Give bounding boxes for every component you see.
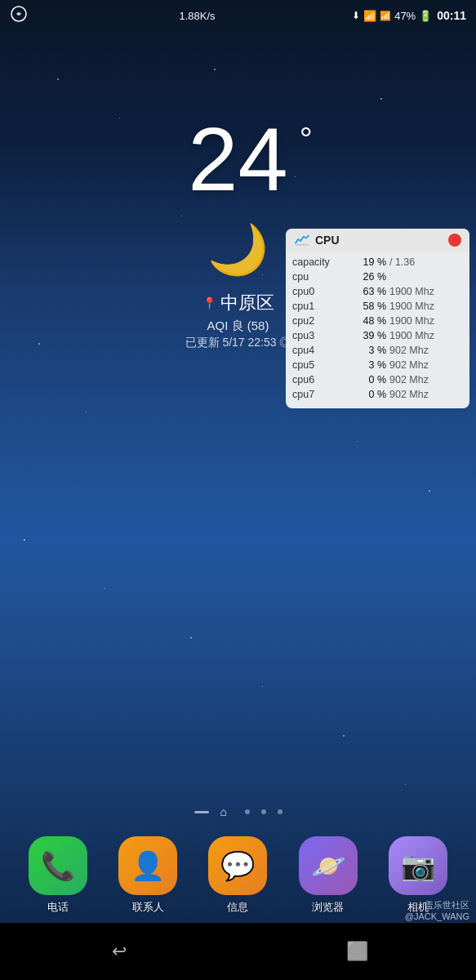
cpu-value-1: 26 % — [349, 271, 386, 283]
app-contacts[interactable]: 👤 联系人 — [118, 836, 177, 915]
cpu-value-5: 39 % — [349, 330, 386, 341]
cpu-freq-9: 902 Mhz — [389, 389, 429, 400]
cpu-row-7: cpu5 3 % 902 Mhz — [292, 358, 463, 372]
cpu-row-8: cpu6 0 % 902 Mhz — [292, 372, 463, 387]
status-left-icons — [10, 5, 42, 26]
cpu-row-0: capacity 19 % / 1.36 — [292, 255, 463, 270]
contacts-icon[interactable]: 👤 — [118, 836, 177, 895]
cpu-row-4: cpu2 48 % 1900 Mhz — [292, 314, 463, 328]
contacts-label: 联系人 — [132, 900, 164, 915]
messages-label: 信息 — [227, 900, 248, 915]
cpu-value-9: 0 % — [349, 389, 386, 400]
camera-label: 相机 — [407, 900, 429, 915]
temperature-value: 24 — [188, 109, 287, 209]
cpu-freq-3: 1900 Mhz — [389, 301, 434, 312]
nav-back-button[interactable]: ↩ — [99, 931, 140, 972]
cpu-freq-8: 902 Mhz — [389, 374, 429, 385]
battery-icon: 🔋 — [419, 10, 432, 22]
app-camera[interactable]: 📷 相机 — [389, 836, 447, 915]
cpu-label-5: cpu3 — [292, 330, 349, 341]
battery-level: 47% — [394, 10, 416, 22]
browser-icon[interactable]: 🪐 — [299, 836, 358, 895]
cpu-label-6: cpu4 — [292, 345, 349, 356]
signal-icon: 📶 — [380, 11, 391, 21]
cpu-label-4: cpu2 — [292, 315, 349, 327]
update-time: 已更新 5/17 22:53 ◎ — [185, 336, 291, 350]
samsung-logo-icon — [10, 5, 28, 23]
cpu-freq-2: 1900 Mhz — [389, 286, 434, 297]
weather-icon-moon: 🌙 — [207, 220, 269, 278]
cpu-freq-5: 1900 Mhz — [389, 330, 434, 341]
cpu-label-7: cpu5 — [292, 359, 349, 371]
cpu-row-9: cpu7 0 % 902 Mhz — [292, 387, 463, 402]
cpu-value-0: 19 % — [349, 256, 386, 268]
network-speed: 1.88K/s — [180, 10, 216, 22]
status-bar: 1.88K/s ⬇ 📶 📶 47% 🔋 00:11 — [0, 0, 476, 31]
location-display: 📍 中原区 — [202, 291, 274, 315]
indicator-menu — [194, 811, 209, 813]
cpu-freq-7: 902 Mhz — [389, 359, 429, 371]
location-pin-icon: 📍 — [202, 296, 216, 310]
cpu-value-2: 63 % — [349, 286, 386, 297]
cpu-value-4: 48 % — [349, 315, 386, 327]
camera-icon[interactable]: 📷 — [389, 836, 447, 895]
phone-label: 电话 — [47, 900, 69, 915]
status-time: 00:11 — [437, 9, 466, 22]
download-icon: ⬇ — [352, 10, 360, 21]
messages-icon[interactable]: 💬 — [208, 836, 267, 895]
indicator-dot-2 — [261, 809, 266, 814]
status-right-icons: ⬇ 📶 📶 47% 🔋 00:11 — [352, 9, 466, 22]
cpu-label-9: cpu7 — [292, 389, 349, 400]
cpu-widget-header: CPU — [286, 229, 469, 252]
aqi-display: AQI 良 (58) — [207, 318, 269, 334]
cpu-label-8: cpu6 — [292, 374, 349, 385]
app-messages[interactable]: 💬 信息 — [208, 836, 267, 915]
location-name: 中原区 — [220, 291, 274, 315]
cpu-widget[interactable]: CPU capacity 19 % / 1.36 cpu 26 % cpu0 6… — [286, 229, 469, 408]
navigation-bar: ↩ ⬜ — [0, 923, 476, 980]
cpu-freq-0: / 1.36 — [389, 256, 415, 268]
indicator-dot-1 — [245, 809, 250, 814]
degree-symbol: ° — [300, 122, 313, 155]
cpu-record-button[interactable] — [448, 234, 461, 247]
cpu-label-3: cpu1 — [292, 301, 349, 312]
app-browser[interactable]: 🪐 浏览器 — [299, 836, 358, 915]
cpu-row-2: cpu0 63 % 1900 Mhz — [292, 284, 463, 299]
phone-icon[interactable]: 📞 — [29, 836, 87, 895]
cpu-freq-4: 1900 Mhz — [389, 315, 434, 327]
indicator-home-icon: ⌂ — [220, 805, 234, 818]
cpu-chart-icon — [294, 234, 310, 247]
nav-home-button[interactable]: ⬜ — [336, 931, 377, 972]
indicator-dot-3 — [278, 809, 282, 814]
cpu-widget-title: CPU — [315, 234, 443, 247]
browser-label: 浏览器 — [312, 900, 344, 915]
dock-indicators: ⌂ — [0, 805, 476, 818]
cpu-row-3: cpu1 58 % 1900 Mhz — [292, 299, 463, 314]
app-phone[interactable]: 📞 电话 — [29, 836, 87, 915]
cpu-label-0: capacity — [292, 256, 349, 268]
cpu-data-body: capacity 19 % / 1.36 cpu 26 % cpu0 63 % … — [286, 252, 469, 408]
cpu-value-6: 3 % — [349, 345, 386, 356]
cpu-value-8: 0 % — [349, 374, 386, 385]
app-dock: 📞 电话 👤 联系人 💬 信息 🪐 浏览器 📷 相机 — [0, 836, 476, 915]
temperature-display: 24° — [188, 114, 287, 204]
cpu-row-1: cpu 26 % — [292, 270, 463, 284]
cpu-freq-6: 902 Mhz — [389, 345, 429, 356]
wifi-icon: 📶 — [363, 10, 376, 22]
cpu-value-7: 3 % — [349, 359, 386, 371]
cpu-row-5: cpu3 39 % 1900 Mhz — [292, 328, 463, 343]
cpu-value-3: 58 % — [349, 301, 386, 312]
cpu-label-1: cpu — [292, 271, 349, 283]
cpu-row-6: cpu4 3 % 902 Mhz — [292, 343, 463, 358]
cpu-label-2: cpu0 — [292, 286, 349, 297]
